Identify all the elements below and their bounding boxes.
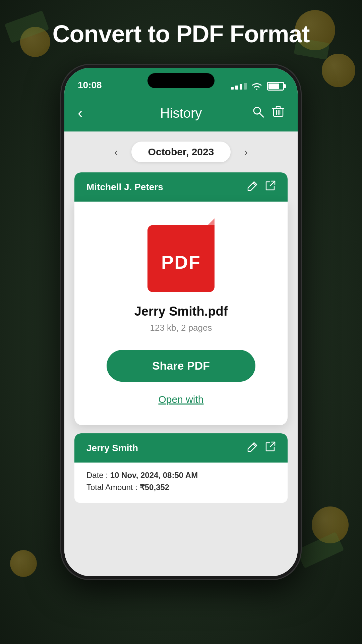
pdf-meta: 123 kb, 2 pages xyxy=(150,323,212,333)
app-header: ‹ History xyxy=(64,95,298,131)
mitchell-name: Mitchell J. Peters xyxy=(86,182,163,193)
back-button[interactable]: ‹ xyxy=(78,105,82,121)
date-label: Date : xyxy=(86,471,108,480)
phone-inner: 10:08 xyxy=(64,68,298,576)
amount-label: Total Amount : xyxy=(86,483,137,492)
jerry-name: Jerry Smith xyxy=(86,443,138,453)
pdf-modal-card: PDF Jerry Smith.pdf 123 kb, 2 pages Shar… xyxy=(74,202,288,425)
signal-icon xyxy=(231,83,247,90)
app-content: ‹ October, 2023 › Mitchell J. Peters xyxy=(64,131,298,576)
jerry-date-row: Date : 10 Nov, 2024, 08:50 AM xyxy=(86,471,276,480)
header-title: History xyxy=(160,106,202,121)
date-value: 10 Nov, 2024, 08:50 AM xyxy=(110,471,198,480)
delete-button[interactable] xyxy=(272,106,284,121)
header-actions xyxy=(252,106,284,121)
pdf-icon-label: PDF xyxy=(161,251,201,273)
mitchell-export-button[interactable] xyxy=(265,180,276,194)
jerry-edit-button[interactable] xyxy=(247,441,258,454)
prev-month-button[interactable]: ‹ xyxy=(109,143,123,161)
mitchell-edit-button[interactable] xyxy=(247,180,258,194)
svg-line-9 xyxy=(270,181,275,186)
status-bar: 10:08 xyxy=(64,68,298,95)
dynamic-island xyxy=(147,73,215,88)
month-label: October, 2023 xyxy=(131,142,231,162)
phone-frame: 10:08 xyxy=(60,64,302,580)
mitchell-card-header: Mitchell J. Peters xyxy=(74,172,288,202)
page-title: Convert to PDF Format xyxy=(0,20,362,48)
jerry-card-header: Jerry Smith xyxy=(74,433,288,463)
mitchell-card-actions xyxy=(247,180,276,194)
jerry-export-button[interactable] xyxy=(265,441,276,454)
wifi-icon xyxy=(251,82,263,91)
jerry-card-actions xyxy=(247,441,276,454)
pdf-icon: PDF xyxy=(147,218,215,292)
svg-line-11 xyxy=(270,442,275,447)
svg-rect-4 xyxy=(276,106,280,108)
next-month-button[interactable]: › xyxy=(239,143,253,161)
open-with-link[interactable]: Open with xyxy=(158,394,203,405)
search-button[interactable] xyxy=(252,106,264,121)
pdf-icon-body: PDF xyxy=(147,225,215,292)
month-navigation: ‹ October, 2023 › xyxy=(64,131,298,172)
svg-line-1 xyxy=(260,113,263,117)
jerry-amount-row: Total Amount : ₹50,352 xyxy=(86,483,276,492)
share-pdf-button[interactable]: Share PDF xyxy=(107,350,256,382)
jerry-card-details: Date : 10 Nov, 2024, 08:50 AM Total Amou… xyxy=(74,463,288,503)
pdf-filename: Jerry Smith.pdf xyxy=(134,304,228,319)
battery-icon xyxy=(267,82,284,91)
amount-value: ₹50,352 xyxy=(140,483,169,492)
status-icons xyxy=(231,82,284,91)
